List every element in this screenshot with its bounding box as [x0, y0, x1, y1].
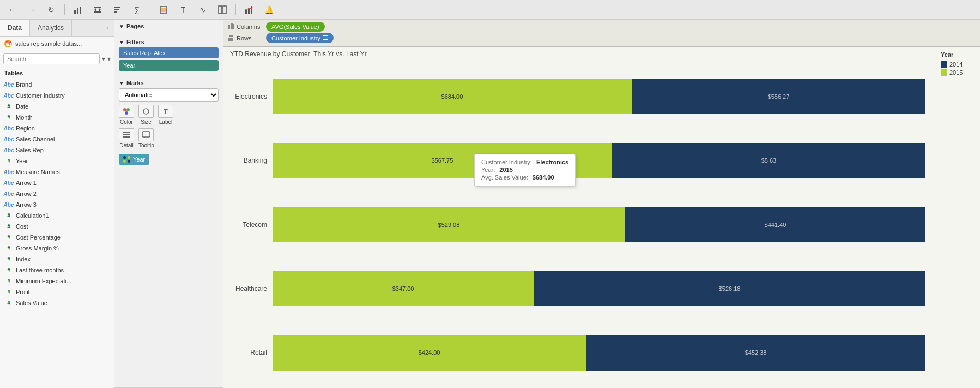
search-input[interactable]	[3, 53, 100, 64]
marks-type-select[interactable]: Automatic Bar Line Area Circle Square Te…	[119, 88, 219, 102]
field-name: Minimum Expectati...	[16, 278, 71, 284]
tab-data[interactable]: Data	[0, 20, 30, 36]
back-button[interactable]: ←	[4, 3, 20, 17]
field-item-sales-rep[interactable]: AbcSales Rep	[0, 145, 114, 156]
field-item-gross-margin-%[interactable]: #Gross Margin %	[0, 243, 114, 254]
bar-navy-telecom: $441.40	[625, 207, 925, 242]
bar-track-healthcare[interactable]: $347.00 $526.18	[273, 271, 925, 306]
year-color-pill[interactable]: Year	[119, 154, 149, 165]
filter-year[interactable]: Year	[119, 60, 219, 71]
svg-rect-29	[233, 24, 234, 29]
bar-track-retail[interactable]: $424.00 $452.38	[273, 335, 925, 371]
tooltip-avg-val: $684.00	[533, 174, 554, 181]
datasource-name: sales rep sample datas...	[15, 40, 82, 47]
rows-pill-icon: ☰	[323, 34, 328, 41]
bar-label-healthcare: Healthcare	[229, 285, 273, 293]
search-options-button[interactable]: ▾	[107, 55, 111, 63]
svg-rect-11	[161, 8, 166, 12]
chart-type-button[interactable]	[241, 3, 257, 17]
color-btn[interactable]: Color	[119, 105, 134, 125]
highlight-button[interactable]	[156, 3, 171, 17]
field-item-month[interactable]: #Month	[0, 112, 114, 123]
detail-label: Detail	[119, 142, 134, 148]
rows-pill[interactable]: Customer Industry ☰	[266, 33, 334, 43]
field-item-cost-percentage[interactable]: #Cost Percentage	[0, 232, 114, 243]
tab-analytics[interactable]: Analytics	[30, 20, 72, 36]
filters-header[interactable]: ▼ Filters	[119, 39, 219, 45]
svg-rect-28	[231, 23, 233, 29]
marks-buttons: Color Size T Label	[119, 105, 219, 125]
panel-collapse-arrow[interactable]: ‹	[101, 20, 114, 36]
size-label: Size	[141, 119, 151, 125]
tooltip-label: Tooltip	[138, 142, 154, 148]
datasource-row[interactable]: 📅 sales rep sample datas...	[0, 37, 114, 51]
field-item-arrow-3[interactable]: AbcArrow 3	[0, 199, 114, 210]
field-name: Region	[16, 125, 35, 132]
field-item-index[interactable]: #Index	[0, 254, 114, 265]
bar-track-electronics[interactable]: $684.00 $556.27	[273, 79, 925, 114]
layout-button[interactable]	[215, 3, 230, 17]
field-item-profit[interactable]: #Profit	[0, 286, 114, 297]
bar-track-banking[interactable]: $567.75 $5.63	[273, 143, 925, 178]
show-me-button[interactable]	[70, 3, 86, 17]
svg-rect-1	[77, 8, 78, 14]
field-name: Month	[16, 114, 33, 121]
field-item-arrow-2[interactable]: AbcArrow 2	[0, 188, 114, 199]
field-item-sales-channel[interactable]: AbcSales Channel	[0, 134, 114, 145]
tooltip-industry-val: Electronics	[536, 159, 568, 165]
sum-button[interactable]: ∑	[129, 3, 144, 17]
pages-header[interactable]: ▼ Pages	[119, 23, 219, 29]
alert-button[interactable]: 🔔	[261, 3, 276, 17]
label-label: Label	[159, 119, 172, 125]
field-item-brand[interactable]: AbcBrand	[0, 79, 114, 90]
separator-3	[235, 4, 236, 15]
dot-dark-2	[128, 160, 130, 163]
svg-rect-27	[228, 25, 230, 29]
field-item-year[interactable]: #Year	[0, 156, 114, 166]
columns-pill[interactable]: AVG(Sales Value)	[266, 22, 325, 32]
field-item-arrow-1[interactable]: AbcArrow 1	[0, 177, 114, 188]
datasource-icon: 📅	[4, 40, 12, 47]
filter-sales-rep[interactable]: Sales Rep: Alex	[119, 47, 219, 58]
field-item-measure-names[interactable]: AbcMeasure Names	[0, 166, 114, 177]
marks-header[interactable]: ▼ Marks	[119, 80, 219, 86]
text-button[interactable]: T	[176, 3, 191, 17]
field-item-calculation1[interactable]: #Calculation1	[0, 210, 114, 221]
columns-shelf: Columns AVG(Sales Value)	[228, 22, 976, 32]
forward-button[interactable]: →	[24, 3, 39, 17]
filter-button[interactable]: ▾	[102, 55, 105, 63]
svg-point-21	[143, 109, 149, 114]
field-item-cost[interactable]: #Cost	[0, 221, 114, 232]
field-item-last-three-months[interactable]: #Last three months	[0, 265, 114, 276]
field-name: Arrow 1	[16, 180, 37, 186]
swap-button[interactable]	[90, 3, 105, 17]
detail-btn[interactable]: Detail	[119, 128, 134, 148]
rows-label: Rows	[228, 35, 266, 41]
field-item-minimum-expectati...[interactable]: #Minimum Expectati...	[0, 276, 114, 286]
field-type-icon: #	[4, 157, 13, 165]
sort-button[interactable]	[110, 3, 125, 17]
field-item-date[interactable]: #Date	[0, 101, 114, 112]
chart-inner: Electronics $684.00 $556.27 Banking $567…	[229, 67, 925, 383]
field-item-sales-value[interactable]: #Sales Value	[0, 297, 114, 308]
refresh-button[interactable]: ↻	[44, 3, 59, 17]
tooltip-btn[interactable]: Tooltip	[138, 128, 154, 148]
size-btn[interactable]: Size	[138, 105, 154, 125]
bar-track-telecom[interactable]: $529.08 $441.40	[273, 207, 925, 242]
shelf-area: Columns AVG(Sales Value) Rows Customer I…	[223, 20, 980, 47]
trend-button[interactable]: ∿	[195, 3, 210, 17]
legend-swatch-navy	[941, 61, 947, 68]
right-panel: Columns AVG(Sales Value) Rows Customer I…	[223, 20, 980, 388]
field-name: Sales Value	[16, 300, 47, 306]
columns-label: Columns	[228, 23, 266, 30]
field-item-customer-industry[interactable]: AbcCustomer Industry	[0, 90, 114, 101]
detail-icon	[119, 128, 134, 141]
middle-panel: ▼ Pages ▼ Filters Sales Rep: Alex Year ▼…	[114, 20, 223, 388]
tooltip-year-key: Year:	[481, 166, 495, 173]
dot-green-1	[128, 156, 130, 159]
pages-label: Pages	[126, 23, 144, 29]
svg-rect-23	[123, 134, 130, 135]
field-name: Measure Names	[16, 169, 60, 175]
field-item-region[interactable]: AbcRegion	[0, 123, 114, 134]
label-btn[interactable]: T Label	[158, 105, 173, 125]
